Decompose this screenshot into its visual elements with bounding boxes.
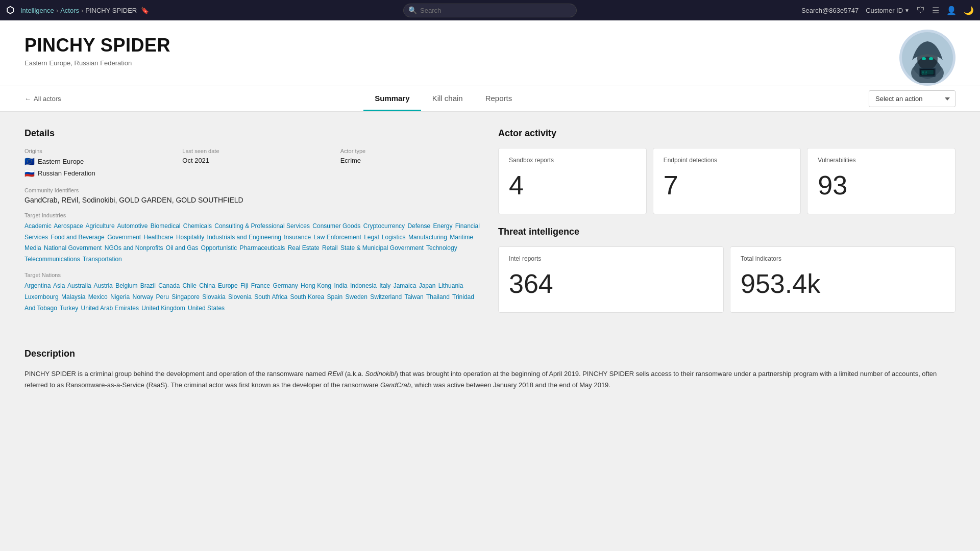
- customer-id[interactable]: Customer ID ▼: [866, 7, 910, 14]
- user-icon[interactable]: 👤: [946, 6, 957, 15]
- back-button[interactable]: ← All actors: [24, 89, 69, 109]
- industry-link[interactable]: Food and Beverage: [51, 234, 104, 241]
- industry-link[interactable]: Legal: [364, 234, 379, 241]
- nation-link[interactable]: Argentina: [24, 282, 51, 289]
- industry-link[interactable]: Pharmaceuticals: [240, 244, 285, 252]
- nation-link[interactable]: Malaysia: [61, 293, 85, 300]
- nation-link[interactable]: Austria: [93, 282, 112, 289]
- nation-link[interactable]: Sweden: [346, 293, 368, 300]
- nation-link[interactable]: Australia: [67, 282, 91, 289]
- nation-link[interactable]: Chile: [183, 282, 197, 289]
- industry-link[interactable]: Automotive: [117, 222, 148, 230]
- nation-link[interactable]: United States: [188, 305, 225, 312]
- nation-link[interactable]: Europe: [218, 282, 238, 289]
- nation-link[interactable]: Switzerland: [370, 293, 402, 300]
- nation-link[interactable]: Italy: [379, 282, 390, 289]
- tab-kill-chain[interactable]: Kill chain: [421, 87, 474, 111]
- nation-link[interactable]: Norway: [132, 293, 153, 300]
- nation-link[interactable]: Japan: [419, 282, 436, 289]
- tab-group: Summary Kill chain Reports: [79, 87, 807, 111]
- nation-link[interactable]: South Korea: [290, 293, 324, 300]
- nation-link[interactable]: Hong Kong: [301, 282, 331, 289]
- industry-link[interactable]: Law Enforcement: [313, 234, 361, 241]
- endpoint-detections-card[interactable]: Endpoint detections 7: [653, 148, 801, 214]
- industry-link[interactable]: Agriculture: [85, 222, 114, 230]
- nation-link[interactable]: India: [334, 282, 348, 289]
- nation-link[interactable]: Luxembourg: [24, 293, 59, 300]
- intel-reports-card[interactable]: Intel reports 364: [498, 246, 724, 313]
- industry-link[interactable]: State & Municipal Government: [340, 244, 424, 252]
- total-indicators-label: Total indicators: [741, 255, 945, 262]
- industry-link[interactable]: National Government: [44, 244, 102, 252]
- details-title: Details: [24, 128, 482, 139]
- industry-link[interactable]: Government: [107, 234, 141, 241]
- industry-link[interactable]: Consulting & Professional Services: [214, 222, 310, 230]
- breadcrumb-intelligence[interactable]: Intelligence: [20, 7, 54, 14]
- top-navigation: ⬡ Intelligence › Actors › PINCHY SPIDER …: [0, 0, 980, 20]
- tab-reports[interactable]: Reports: [474, 87, 524, 111]
- industry-link[interactable]: Opportunistic: [201, 244, 237, 252]
- menu-icon[interactable]: ☰: [932, 6, 939, 15]
- industry-link[interactable]: Cryptocurrency: [363, 222, 405, 230]
- industry-link[interactable]: Manufacturing: [408, 234, 447, 241]
- total-indicators-card[interactable]: Total indicators 953.4k: [730, 246, 955, 313]
- industry-link[interactable]: NGOs and Nonprofits: [105, 244, 163, 252]
- nation-link[interactable]: Nigeria: [110, 293, 130, 300]
- nation-link[interactable]: Brazil: [140, 282, 156, 289]
- industry-link[interactable]: Technology: [426, 244, 457, 252]
- nation-link[interactable]: Asia: [53, 282, 65, 289]
- industry-link[interactable]: Consumer Goods: [312, 222, 360, 230]
- industry-link[interactable]: Healthcare: [144, 234, 174, 241]
- industry-link[interactable]: Aerospace: [54, 222, 83, 230]
- nation-link[interactable]: Thailand: [426, 293, 450, 300]
- industry-link[interactable]: Defense: [407, 222, 430, 230]
- nation-link[interactable]: United Kingdom: [141, 305, 185, 312]
- nation-link[interactable]: Lithuania: [438, 282, 463, 289]
- nation-link[interactable]: Peru: [156, 293, 169, 300]
- nation-link[interactable]: Turkey: [60, 305, 78, 312]
- nation-link[interactable]: Slovenia: [228, 293, 252, 300]
- industry-link[interactable]: Industrials and Engineering: [207, 234, 281, 241]
- industry-link[interactable]: Oil and Gas: [166, 244, 198, 252]
- nation-link[interactable]: Belgium: [115, 282, 137, 289]
- nation-link[interactable]: Mexico: [88, 293, 108, 300]
- industry-link[interactable]: Transportation: [83, 256, 122, 263]
- industry-link[interactable]: Telecommunications: [24, 256, 80, 263]
- industry-link[interactable]: Real Estate: [288, 244, 320, 252]
- nation-link[interactable]: Fiji: [240, 282, 248, 289]
- breadcrumb-sep-1: ›: [56, 7, 58, 14]
- industry-link[interactable]: Maritime: [450, 234, 473, 241]
- industry-link[interactable]: Biomedical: [151, 222, 181, 230]
- nation-link[interactable]: South Africa: [254, 293, 287, 300]
- industry-link[interactable]: Logistics: [382, 234, 406, 241]
- industry-link[interactable]: Insurance: [284, 234, 311, 241]
- actor-avatar-image: 01 10 10 01: [902, 32, 953, 83]
- nation-link[interactable]: United Arab Emirates: [81, 305, 139, 312]
- shield-icon[interactable]: 🛡: [917, 6, 925, 15]
- industry-link[interactable]: Hospitality: [176, 234, 204, 241]
- industry-link[interactable]: Academic: [24, 222, 52, 230]
- nation-link[interactable]: Singapore: [172, 293, 200, 300]
- industry-link[interactable]: Chemicals: [183, 222, 212, 230]
- tabs-bar: ← All actors Summary Kill chain Reports …: [0, 86, 980, 112]
- industry-link[interactable]: Retail: [322, 244, 338, 252]
- search-input[interactable]: [403, 4, 577, 17]
- action-select[interactable]: Select an action: [869, 90, 955, 107]
- nation-link[interactable]: Jamaica: [394, 282, 416, 289]
- nation-link[interactable]: Taiwan: [404, 293, 423, 300]
- nation-link[interactable]: Canada: [158, 282, 180, 289]
- bookmark-icon[interactable]: 🔖: [141, 7, 149, 14]
- industry-link[interactable]: Media: [24, 244, 41, 252]
- dark-mode-icon[interactable]: 🌙: [964, 6, 974, 15]
- industry-link[interactable]: Energy: [433, 222, 452, 230]
- tab-summary[interactable]: Summary: [363, 87, 421, 111]
- nation-link[interactable]: Spain: [327, 293, 342, 300]
- nation-link[interactable]: China: [199, 282, 215, 289]
- nation-link[interactable]: Germany: [273, 282, 298, 289]
- nation-link[interactable]: Indonesia: [350, 282, 377, 289]
- breadcrumb-actors[interactable]: Actors: [60, 7, 79, 14]
- sandbox-reports-card[interactable]: Sandbox reports 4: [498, 148, 647, 214]
- nation-link[interactable]: France: [251, 282, 270, 289]
- vulnerabilities-card[interactable]: Vulnerabilities 93: [807, 148, 955, 214]
- nation-link[interactable]: Slovakia: [202, 293, 225, 300]
